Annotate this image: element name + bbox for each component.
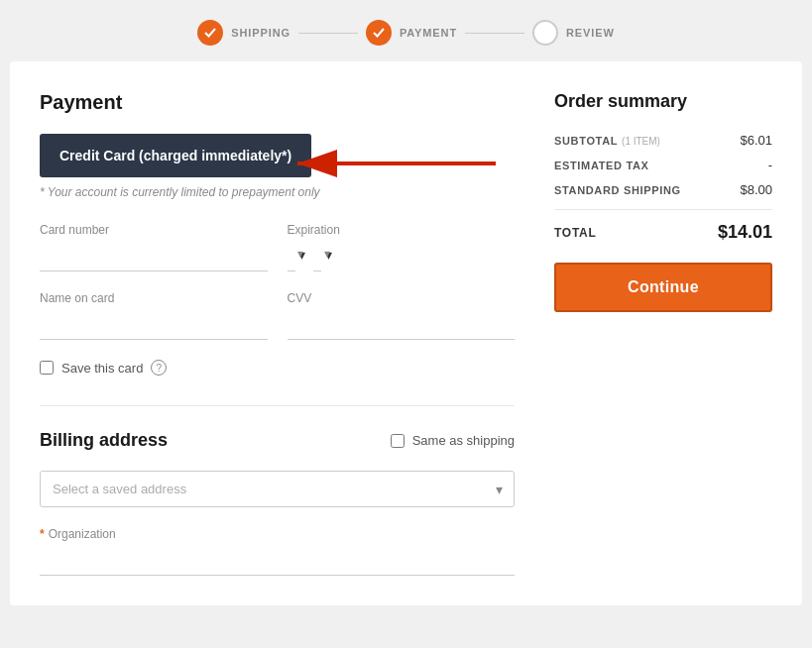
review-label: Review [566, 27, 615, 39]
save-card-row: Save this card ? [40, 360, 515, 376]
payment-circle [366, 20, 392, 46]
exp-month-select[interactable] [288, 243, 295, 271]
expiration-selects: ▾ ▾ [288, 243, 516, 271]
cvv-label: CVV [288, 291, 516, 305]
subtotal-value: $6.01 [740, 133, 772, 148]
address-select-wrapper: Select a saved address ▾ [40, 471, 515, 507]
cvv-group: CVV [288, 291, 516, 340]
cvv-input[interactable] [288, 311, 516, 340]
prepay-note: * Your account is currently limited to p… [40, 185, 515, 199]
summary-divider [554, 209, 772, 210]
connector-2 [465, 33, 524, 34]
name-on-card-label: Name on card [40, 291, 268, 305]
required-star: * [40, 527, 45, 541]
subtotal-label-group: Subtotal (1 item) [554, 132, 660, 148]
step-shipping: Shipping [197, 20, 290, 46]
connector-1 [298, 33, 358, 34]
billing-section: Billing address Same as shipping Select … [40, 405, 515, 576]
shipping-label: Shipping [231, 27, 290, 39]
step-payment: Payment [366, 20, 457, 46]
subtotal-row: Subtotal (1 item) $6.01 [554, 132, 772, 148]
shipping-circle [197, 20, 223, 46]
billing-header: Billing address Same as shipping [40, 430, 515, 451]
payment-label: Payment [400, 27, 457, 39]
expiration-group: Expiration ▾ ▾ [288, 223, 516, 271]
save-card-label: Save this card [61, 361, 143, 376]
organization-group: * Organization [40, 527, 515, 576]
subtotal-label: Subtotal [554, 135, 618, 147]
right-panel: Order summary Subtotal (1 item) $6.01 Es… [554, 91, 772, 576]
exp-year-chevron: ▾ [325, 247, 332, 263]
organization-label-row: * Organization [40, 527, 515, 541]
progress-bar: Shipping Payment Review [0, 0, 812, 61]
card-number-group: Card number [40, 223, 268, 271]
review-circle [532, 20, 558, 46]
left-panel: Payment Credit Card (charged immediately… [40, 91, 515, 576]
address-select[interactable]: Select a saved address [40, 471, 515, 507]
red-arrow [288, 139, 516, 188]
card-number-input[interactable] [40, 243, 268, 271]
continue-button[interactable]: Continue [554, 263, 772, 312]
shipping-value: $8.00 [740, 182, 772, 197]
exp-year-select[interactable] [313, 243, 321, 271]
total-label: Total [554, 226, 596, 240]
payment-method-area: Credit Card (charged immediately*) [40, 134, 311, 185]
card-number-label: Card number [40, 223, 268, 237]
name-on-card-group: Name on card [40, 291, 268, 340]
step-review: Review [532, 20, 615, 46]
tax-row: Estimated Tax - [554, 158, 772, 172]
main-content: Payment Credit Card (charged immediately… [10, 61, 802, 605]
tax-value: - [768, 158, 772, 172]
same-as-shipping-label: Same as shipping [412, 433, 515, 448]
total-value: $14.01 [718, 222, 772, 243]
subtotal-count: (1 item) [622, 136, 660, 147]
total-row: Total $14.01 [554, 222, 772, 243]
exp-month-wrapper: ▾ [288, 243, 306, 271]
organization-label: Organization [49, 527, 116, 541]
tax-label: Estimated Tax [554, 160, 649, 171]
payment-title: Payment [40, 91, 515, 114]
card-row: Card number Expiration ▾ [40, 223, 515, 271]
page-wrapper: Shipping Payment Review Payment Credit C… [0, 0, 812, 648]
help-icon[interactable]: ? [151, 360, 167, 376]
billing-title: Billing address [40, 430, 168, 451]
same-as-shipping-row: Same as shipping [391, 433, 515, 448]
name-cvv-row: Name on card CVV [40, 291, 515, 340]
same-as-shipping-checkbox[interactable] [391, 434, 405, 448]
exp-year-wrapper: ▾ [313, 243, 332, 271]
order-summary-title: Order summary [554, 91, 772, 112]
organization-input[interactable] [40, 547, 515, 576]
shipping-row: Standard Shipping $8.00 [554, 182, 772, 197]
name-on-card-input[interactable] [40, 311, 268, 340]
save-card-checkbox[interactable] [40, 361, 54, 375]
exp-month-chevron: ▾ [298, 247, 305, 263]
expiration-label: Expiration [288, 223, 516, 237]
credit-card-button[interactable]: Credit Card (charged immediately*) [40, 134, 311, 177]
shipping-label: Standard Shipping [554, 184, 681, 196]
